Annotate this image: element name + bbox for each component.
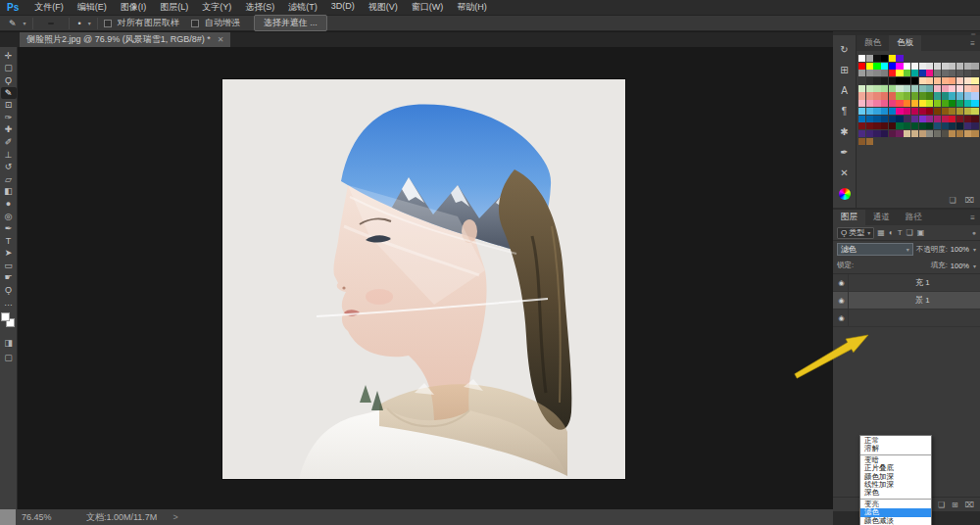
color-swatch[interactable] [866, 108, 873, 115]
opacity-value[interactable]: 100% [951, 245, 969, 254]
menu-item[interactable]: 图层(L) [153, 1, 195, 14]
menu-item[interactable]: 滤镜(T) [281, 1, 324, 14]
color-swatch[interactable] [881, 130, 888, 137]
color-swatch[interactable] [971, 85, 978, 92]
color-swatch[interactable] [911, 116, 918, 122]
color-swatch[interactable] [919, 100, 926, 107]
color-swatch[interactable] [858, 77, 865, 84]
color-swatch[interactable] [919, 130, 926, 137]
filter-type-layers-icon[interactable]: T [898, 228, 903, 237]
clone-stamp-tool[interactable]: ⊥ [1, 149, 17, 162]
color-swatch[interactable] [889, 108, 896, 115]
history-panel-icon[interactable]: ↻ [833, 39, 857, 60]
panel-menu-icon[interactable]: ≡ [970, 214, 980, 222]
color-swatch[interactable] [866, 100, 873, 107]
color-swatch[interactable] [934, 108, 941, 115]
fill-value[interactable]: 100% [951, 262, 969, 270]
delete-layer-icon[interactable]: ⌧ [965, 501, 974, 509]
new-selection-icon[interactable] [39, 23, 45, 24]
filter-toggle-icon[interactable]: ● [972, 229, 976, 236]
color-swatch[interactable] [911, 77, 918, 84]
color-swatch[interactable] [949, 108, 956, 115]
color-swatch[interactable] [873, 122, 880, 129]
clone-source-panel-icon[interactable]: ⊞ [833, 60, 857, 80]
color-swatch[interactable] [889, 92, 896, 99]
color-swatch[interactable] [971, 116, 978, 122]
color-swatch[interactable] [919, 85, 926, 92]
color-swatch[interactable] [964, 122, 971, 129]
color-swatch[interactable] [881, 122, 888, 129]
panel-tab[interactable]: 通道 [865, 210, 898, 225]
color-swatch[interactable] [926, 70, 933, 76]
color-swatch[interactable] [866, 63, 873, 70]
new-group-icon[interactable]: ❏ [938, 501, 945, 509]
color-swatch[interactable] [934, 85, 941, 92]
color-swatch[interactable] [964, 100, 971, 107]
menu-item[interactable]: 文件(F) [27, 1, 71, 14]
color-swatch[interactable] [866, 85, 873, 92]
color-swatch[interactable] [926, 85, 933, 92]
marquee-tool[interactable]: ▢ [1, 63, 17, 75]
color-swatch[interactable] [942, 70, 949, 76]
color-swatch[interactable] [956, 122, 963, 129]
brush-tool[interactable]: ✐ [1, 136, 17, 149]
type-tool[interactable]: T [1, 235, 17, 248]
panel-menu-icon[interactable]: ≡ [970, 39, 980, 48]
color-swatch[interactable] [873, 55, 880, 62]
panel-tab[interactable]: 颜色 [857, 35, 889, 51]
color-swatch[interactable] [896, 92, 903, 99]
color-swatch[interactable] [911, 92, 918, 99]
layer-row[interactable]: ◉ [833, 310, 980, 327]
color-swatch[interactable] [873, 63, 880, 70]
color-swatch[interactable] [964, 77, 971, 84]
color-swatch[interactable] [889, 116, 896, 122]
color-swatch[interactable] [904, 116, 910, 122]
color-swatch[interactable] [911, 85, 918, 92]
color-swatch[interactable] [858, 122, 865, 129]
color-swatch[interactable] [904, 122, 910, 129]
select-and-mask-button[interactable]: 选择并遮住 ... [254, 15, 327, 31]
color-swatch[interactable] [926, 108, 933, 115]
visibility-eye-icon[interactable]: ◉ [835, 310, 849, 327]
menu-item[interactable]: 图像(I) [114, 1, 154, 14]
quick-mask-button[interactable]: ◨ [1, 336, 17, 349]
sample-all-layers-checkbox[interactable] [104, 20, 112, 27]
filter-pixel-layers-icon[interactable]: ▦ [877, 228, 885, 237]
color-swatch[interactable] [873, 92, 880, 99]
lasso-tool[interactable]: Ϙ [1, 74, 17, 87]
eraser-tool[interactable]: ▱ [1, 173, 17, 186]
filter-adjustment-layers-icon[interactable]: ◐ [889, 228, 894, 237]
filter-smart-objects-icon[interactable]: ▣ [917, 228, 925, 237]
color-swatch[interactable] [919, 122, 926, 129]
color-swatch[interactable] [904, 130, 910, 137]
eyedropper-tool[interactable]: ✑ [1, 112, 17, 124]
color-swatch[interactable] [881, 63, 888, 70]
color-swatch[interactable] [949, 122, 956, 129]
color-swatch[interactable] [881, 55, 888, 62]
color-swatch[interactable] [971, 130, 978, 137]
color-swatch[interactable] [889, 130, 896, 137]
color-swatch[interactable] [881, 116, 888, 122]
document-tab[interactable]: 侧脸照片2.jpg @ 76.9% (风景瑞雪1, RGB/8#) * ✕ [20, 32, 230, 47]
color-swatch[interactable] [956, 100, 963, 107]
color-swatch[interactable] [866, 138, 873, 145]
color-swatch[interactable] [873, 70, 880, 76]
color-swatch[interactable] [926, 100, 933, 107]
color-swatch[interactable] [926, 92, 933, 99]
menu-item[interactable]: 3D(D) [324, 1, 362, 14]
blend-mode-option[interactable]: 变亮 [860, 501, 931, 508]
gradient-tool[interactable]: ◧ [1, 186, 17, 199]
pen-presets-panel-icon[interactable]: ✒ [833, 142, 857, 163]
blend-mode-option[interactable]: 线性加深 [860, 481, 931, 489]
color-swatch[interactable] [919, 108, 926, 115]
color-swatch[interactable] [949, 92, 956, 99]
color-swatch[interactable] [904, 85, 910, 92]
color-swatch[interactable] [889, 55, 896, 62]
color-swatch[interactable] [866, 116, 873, 122]
panel-tab[interactable]: 色板 [889, 35, 921, 51]
color-swatch[interactable] [904, 108, 910, 115]
status-expand-icon[interactable]: > [172, 512, 177, 522]
color-swatch[interactable] [896, 108, 903, 115]
color-swatch[interactable] [866, 122, 873, 129]
color-swatch[interactable] [964, 108, 971, 115]
